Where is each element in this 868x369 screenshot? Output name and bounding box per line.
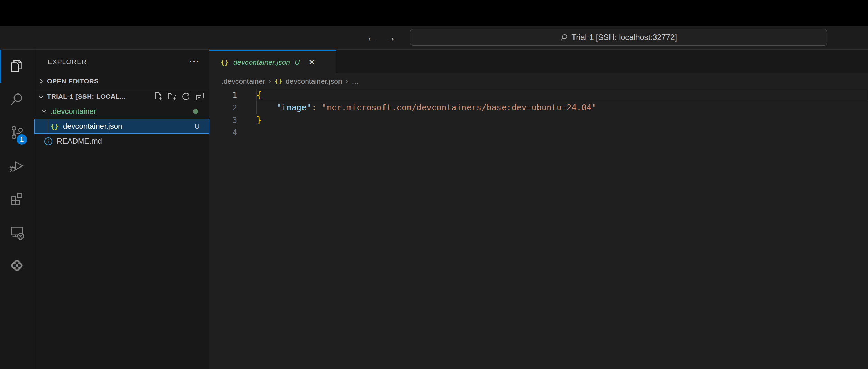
git-untracked-badge: U (195, 122, 200, 130)
code-line-2[interactable]: 2 "image": "mcr.microsoft.com/devcontain… (209, 101, 868, 114)
open-editors-label: OPEN EDITORS (47, 78, 99, 85)
code-token: { (256, 90, 261, 100)
refresh-icon[interactable] (181, 92, 191, 101)
json-file-icon: {} (220, 58, 229, 66)
navigation-arrows: ← → (366, 26, 396, 49)
debug-icon (9, 158, 25, 174)
explorer-sidebar: EXPLORER ⋯ OPEN EDITORS TRIAL-1 [SSH: LO… (34, 50, 209, 369)
tab-git-untracked-badge: U (295, 58, 300, 66)
line-number: 3 (209, 114, 256, 126)
breadcrumb: .devcontainer › {} devcontainer.json › … (209, 73, 868, 89)
remote-explorer-icon (9, 224, 25, 240)
git-modified-dot-badge (193, 109, 198, 114)
code-token: "mcr.microsoft.com/devcontainers/base:de… (322, 103, 597, 112)
json-file-icon: {} (51, 122, 59, 130)
breadcrumb-file[interactable]: devcontainer.json (286, 77, 342, 86)
editor-group: {} devcontainer.json U ✕ .devcontainer ›… (209, 50, 868, 369)
code-token: "image" (277, 103, 311, 112)
folder-label: .devcontainer (51, 107, 96, 116)
tab-label: devcontainer.json (233, 58, 290, 66)
activity-source-control[interactable]: 1 (0, 116, 34, 149)
tab-devcontainer-json[interactable]: {} devcontainer.json U ✕ (209, 50, 336, 74)
chevron-down-icon (38, 93, 44, 100)
activity-search[interactable] (0, 83, 34, 116)
breadcrumb-folder[interactable]: .devcontainer (221, 77, 265, 86)
file-label: devcontainer.json (63, 122, 122, 131)
back-icon[interactable]: ← (366, 32, 377, 43)
activity-remote-explorer[interactable] (0, 216, 34, 249)
chevron-right-icon (38, 78, 44, 84)
close-icon[interactable]: ✕ (308, 58, 315, 66)
workspace-section-header[interactable]: TRIAL-1 [SSH: LOCAL... (34, 89, 209, 104)
current-line-highlight (256, 89, 868, 101)
title-bar: ← → Trial-1 [SSH: localhost:32772] (0, 26, 868, 50)
sidebar-title-row: EXPLORER ⋯ (34, 50, 209, 74)
code-editor[interactable]: 1 { 2 "image": "mcr.microsoft.com/devcon… (209, 89, 868, 139)
chevron-right-icon: › (269, 77, 271, 86)
chevron-right-icon: › (346, 77, 348, 86)
code-token: } (256, 115, 261, 125)
top-black-band (0, 0, 868, 26)
search-icon (560, 34, 568, 41)
line-number: 2 (209, 101, 256, 114)
search-icon (9, 91, 25, 107)
info-icon (44, 137, 53, 146)
line-number: 1 (209, 89, 256, 101)
activity-explorer[interactable] (0, 50, 34, 83)
breadcrumb-symbol[interactable]: … (352, 77, 359, 86)
source-control-badge: 1 (17, 134, 27, 145)
json-file-icon: {} (274, 78, 282, 85)
tree-item-devcontainer-folder[interactable]: .devcontainer (34, 104, 209, 119)
command-center-label: Trial-1 [SSH: localhost:32772] (571, 33, 677, 42)
files-icon (9, 58, 25, 74)
more-actions-icon[interactable]: ⋯ (189, 54, 200, 67)
new-file-icon[interactable] (153, 92, 163, 101)
explorer-actions (153, 92, 205, 101)
tab-strip: {} devcontainer.json U ✕ (209, 50, 868, 73)
collapse-all-icon[interactable] (195, 92, 205, 101)
code-line-4[interactable]: 4 (209, 126, 868, 139)
code-line-1[interactable]: 1 { (209, 89, 868, 101)
file-label: README.md (57, 137, 102, 146)
extensions-icon (9, 191, 25, 207)
tree-item-readme[interactable]: README.md (34, 134, 209, 148)
activity-containers[interactable] (0, 249, 34, 282)
code-token (256, 103, 277, 112)
chevron-down-icon (41, 108, 47, 115)
activity-run-debug[interactable] (0, 149, 34, 182)
containers-icon (9, 258, 25, 273)
line-number: 4 (209, 126, 256, 139)
new-folder-icon[interactable] (167, 92, 177, 101)
tree-item-devcontainer-json[interactable]: {} devcontainer.json U (34, 119, 209, 134)
code-token: : (311, 103, 322, 112)
sidebar-title: EXPLORER (48, 58, 87, 66)
open-editors-section[interactable]: OPEN EDITORS (34, 74, 209, 89)
activity-bar: 1 (0, 50, 34, 369)
workspace-label: TRIAL-1 [SSH: LOCAL... (47, 93, 126, 100)
vscode-window: ← → Trial-1 [SSH: localhost:32772] (0, 0, 868, 369)
code-line-3[interactable]: 3 } (209, 114, 868, 126)
forward-icon[interactable]: → (386, 32, 396, 43)
activity-extensions[interactable] (0, 182, 34, 216)
tree-indent-guide (48, 119, 48, 133)
command-center[interactable]: Trial-1 [SSH: localhost:32772] (410, 29, 827, 46)
